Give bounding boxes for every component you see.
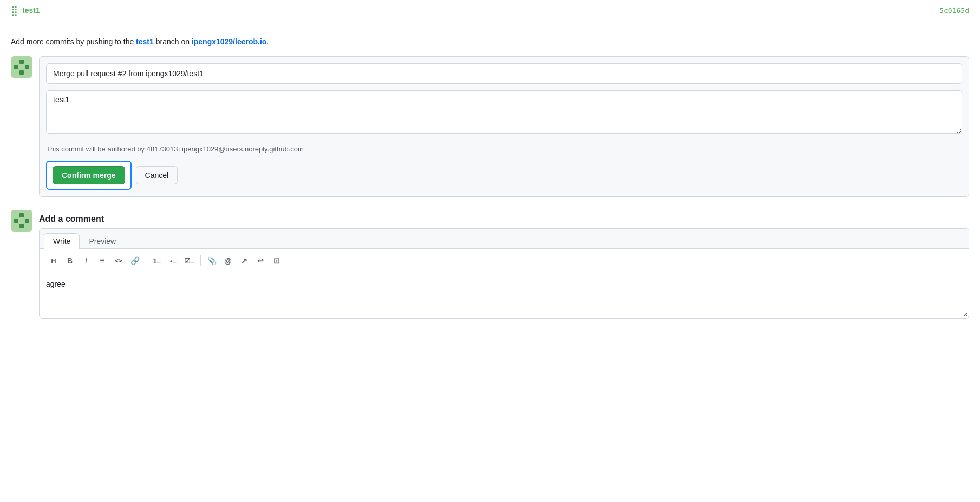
speech-bubble-arrow-outer — [39, 64, 40, 73]
comment-box: Write Preview H B I ≡ <> 🔗 1≡ •≡ ☑≡ — [39, 228, 969, 319]
toolbar-link-btn[interactable]: 🔗 — [127, 253, 142, 268]
toolbar-fullscreen-btn[interactable]: ⊡ — [269, 253, 284, 268]
toolbar-ordered-list-btn[interactable]: 1≡ — [149, 253, 165, 268]
push-info-before: Add more commits by pushing to the — [11, 37, 136, 46]
comment-tabs: Write Preview — [40, 229, 969, 249]
toolbar-attach-btn[interactable]: 📎 — [204, 253, 219, 268]
branch-grid-icon: ⣿ — [11, 4, 18, 16]
confirm-merge-button[interactable]: Confirm merge — [53, 166, 125, 184]
toolbar-crossref-btn[interactable]: ↗ — [237, 253, 252, 268]
toolbar-bold-btn[interactable]: B — [62, 253, 77, 268]
user-avatar — [11, 56, 32, 78]
toolbar-unordered-list-btn[interactable]: •≡ — [166, 253, 181, 268]
merge-actions: Confirm merge Cancel — [40, 156, 969, 196]
toolbar-task-list-btn[interactable]: ☑≡ — [182, 253, 197, 268]
toolbar-italic-btn[interactable]: I — [79, 253, 94, 268]
merge-body-textarea[interactable]: test1 — [46, 90, 962, 134]
merge-title-input[interactable] — [46, 63, 962, 84]
confirm-merge-highlight: Confirm merge — [46, 161, 132, 190]
comment-heading: Add a comment — [39, 210, 969, 228]
toolbar-code-btn[interactable]: <> — [111, 253, 126, 268]
tab-write[interactable]: Write — [44, 233, 80, 249]
push-info-after: . — [266, 37, 269, 46]
commenter-avatar — [11, 210, 32, 232]
commit-hash-label: 5c0165d — [939, 6, 969, 15]
merge-box: test1 This commit will be authored by 48… — [39, 56, 969, 197]
comment-container: Add a comment Write Preview H B I ≡ <> 🔗… — [39, 210, 969, 319]
push-info-text: Add more commits by pushing to the test1… — [11, 30, 969, 56]
toolbar-heading-btn[interactable]: H — [46, 253, 61, 268]
branch-name-label: test1 — [22, 6, 40, 15]
toolbar-quote-btn[interactable]: ≡ — [95, 253, 110, 268]
toolbar-separator-1 — [146, 255, 146, 266]
push-info-middle: branch on — [154, 37, 192, 46]
comment-toolbar: H B I ≡ <> 🔗 1≡ •≡ ☑≡ 📎 @ ↗ ↩ ⊡ — [40, 249, 969, 273]
toolbar-mention-btn[interactable]: @ — [220, 253, 236, 268]
repo-link[interactable]: ipengx1029/leerob.io — [192, 37, 267, 46]
toolbar-undo-btn[interactable]: ↩ — [253, 253, 268, 268]
toolbar-separator-2 — [200, 255, 201, 266]
add-comment-section: Add a comment Write Preview H B I ≡ <> 🔗… — [11, 210, 969, 319]
speech-bubble-arrow-inner — [39, 65, 40, 72]
cancel-button[interactable]: Cancel — [136, 166, 178, 184]
branch-link[interactable]: test1 — [136, 37, 154, 46]
merge-author-info: This commit will be authored by 48173013… — [40, 142, 969, 156]
tab-preview[interactable]: Preview — [80, 233, 125, 249]
comment-textarea[interactable]: agree — [40, 273, 969, 316]
